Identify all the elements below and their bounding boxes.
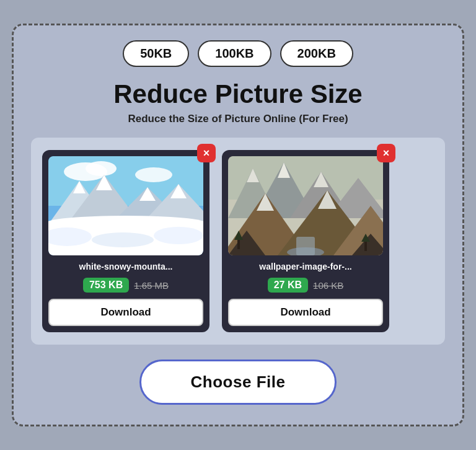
size-original-2: 106 KB [313,280,343,291]
size-buttons-row: 50KB 100KB 200KB [123,40,353,67]
size-btn-200kb[interactable]: 200KB [280,40,353,67]
size-btn-50kb[interactable]: 50KB [123,40,189,67]
size-original-1: 1.65 MB [134,280,169,291]
svg-rect-33 [296,237,315,255]
svg-point-17 [154,227,203,244]
download-button-1[interactable]: Download [48,299,203,326]
close-button-2[interactable]: × [377,144,395,162]
image-preview-2 [228,156,383,255]
main-container: 50KB 100KB 200KB Reduce Picture Size Red… [12,24,464,426]
image-preview-1 [48,156,203,255]
close-button-1[interactable]: × [197,144,216,162]
download-button-2[interactable]: Download [228,299,383,326]
choose-file-button[interactable]: Choose File [139,360,337,405]
filename-1: white-snowy-mounta... [48,262,203,271]
size-row-2: 27 KB 106 KB [268,278,344,293]
image-card-2: × [222,150,389,332]
size-btn-100kb[interactable]: 100KB [198,40,271,67]
size-row-1: 753 KB 1.65 MB [83,278,169,293]
page-title: Reduce Picture Size [113,79,362,109]
svg-point-16 [92,232,154,247]
filename-2: wallpaper-image-for-... [228,262,383,271]
cards-area: × [31,138,445,345]
size-badge-2: 27 KB [268,278,308,293]
size-badge-1: 753 KB [83,278,129,293]
svg-point-4 [135,167,172,182]
image-card-1: × [42,150,209,332]
page-subtitle: Reduce the Size of Picture Online (For F… [128,113,348,125]
svg-point-3 [86,161,117,176]
